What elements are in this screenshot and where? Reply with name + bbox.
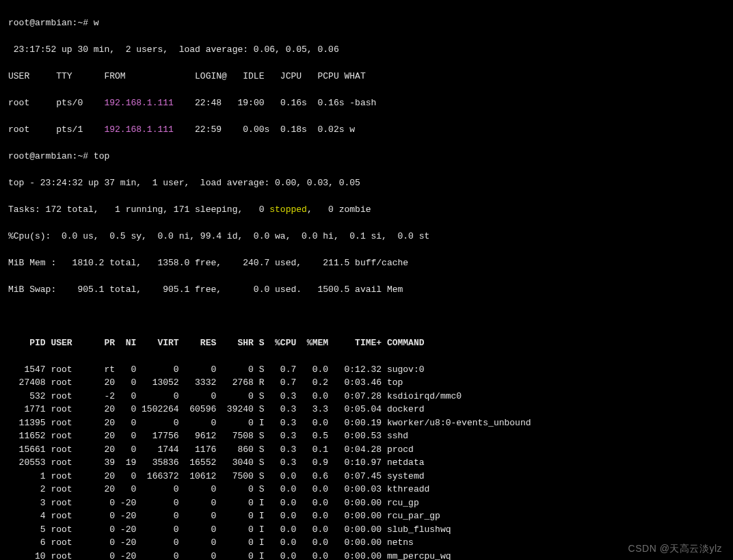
prompt-line-1: root@armbian:~# w	[8, 16, 725, 30]
prompt-2: root@armbian:~#	[8, 151, 94, 161]
w-row-2: root pts/1 192.168.1.111 22:59 0.00s 0.1…	[8, 123, 725, 137]
top-tasks-stopped: stopped	[269, 204, 307, 215]
table-row: 4 root 0 -20 0 0 0 I 0.0 0.0 0:00.00 rcu…	[8, 509, 725, 523]
w-row1-right: 22:48 19:00 0.16s 0.16s -bash	[174, 98, 376, 108]
prompt-line-2: root@armbian:~# top	[8, 150, 725, 163]
w-header: USER TTY FROM LOGIN@ IDLE JCPU PCPU WHAT	[8, 70, 725, 83]
cmd-top: top	[94, 151, 109, 161]
top-swap: MiB Swap: 905.1 total, 905.1 free, 0.0 u…	[8, 283, 725, 297]
table-row: 2 root 20 0 0 0 0 S 0.0 0.0 0:00.03 kthr…	[8, 483, 725, 496]
table-row: 11652 root 20 0 17756 9612 7508 S 0.3 0.…	[8, 429, 725, 443]
w-row2-ip: 192.168.1.111	[104, 124, 173, 135]
table-row: 20553 root 39 19 35836 16552 3040 S 0.3 …	[8, 456, 725, 470]
table-row: 1 root 20 0 166372 10612 7500 S 0.0 0.6 …	[8, 470, 725, 483]
w-row1-left: root pts/0	[8, 98, 104, 108]
table-row: 11395 root 20 0 0 0 0 I 0.3 0.0 0:00.19 …	[8, 416, 725, 430]
top-tasks-b: , 0 zombie	[307, 204, 371, 215]
cmd-w: w	[94, 18, 99, 28]
top-process-list: 1547 root rt 0 0 0 0 S 0.7 0.0 0:12.32 s…	[8, 363, 725, 561]
table-row: 5 root 0 -20 0 0 0 I 0.0 0.0 0:00.00 slu…	[8, 523, 725, 537]
w-summary: 23:17:52 up 30 min, 2 users, load averag…	[8, 43, 725, 57]
table-row: 1547 root rt 0 0 0 0 S 0.7 0.0 0:12.32 s…	[8, 363, 725, 377]
table-row: 3 root 0 -20 0 0 0 I 0.0 0.0 0:00.00 rcu…	[8, 496, 725, 510]
top-tasks-a: Tasks: 172 total, 1 running, 171 sleepin…	[8, 204, 269, 215]
table-row: 15661 root 20 0 1744 1176 860 S 0.3 0.1 …	[8, 443, 725, 457]
top-mem: MiB Mem : 1810.2 total, 1358.0 free, 240…	[8, 256, 725, 270]
top-tasks: Tasks: 172 total, 1 running, 171 sleepin…	[8, 203, 725, 217]
w-row2-left: root pts/1	[8, 124, 104, 135]
w-row1-ip: 192.168.1.111	[104, 98, 173, 108]
terminal-output[interactable]: root@armbian:~# w 23:17:52 up 30 min, 2 …	[0, 0, 733, 560]
table-row: 1771 root 20 0 1502264 60596 39240 S 0.3…	[8, 403, 725, 416]
prompt-1: root@armbian:~#	[8, 18, 94, 28]
table-row: 532 root -2 0 0 0 0 S 0.3 0.0 0:07.28 ks…	[8, 390, 725, 403]
top-cpu: %Cpu(s): 0.0 us, 0.5 sy, 0.0 ni, 99.4 id…	[8, 230, 725, 243]
top-summary: top - 23:24:32 up 37 min, 1 user, load a…	[8, 176, 725, 190]
blank-line	[8, 310, 725, 323]
w-row-1: root pts/0 192.168.1.111 22:48 19:00 0.1…	[8, 96, 725, 110]
w-row2-right: 22:59 0.00s 0.18s 0.02s w	[174, 124, 355, 135]
table-row: 27408 root 20 0 13052 3332 2768 R 0.7 0.…	[8, 376, 725, 390]
top-process-header: PID USER PR NI VIRT RES SHR S %CPU %MEM …	[8, 336, 725, 350]
table-row: 6 root 0 -20 0 0 0 I 0.0 0.0 0:00.00 net…	[8, 536, 725, 550]
table-row: 10 root 0 -20 0 0 0 I 0.0 0.0 0:00.00 mm…	[8, 550, 725, 561]
